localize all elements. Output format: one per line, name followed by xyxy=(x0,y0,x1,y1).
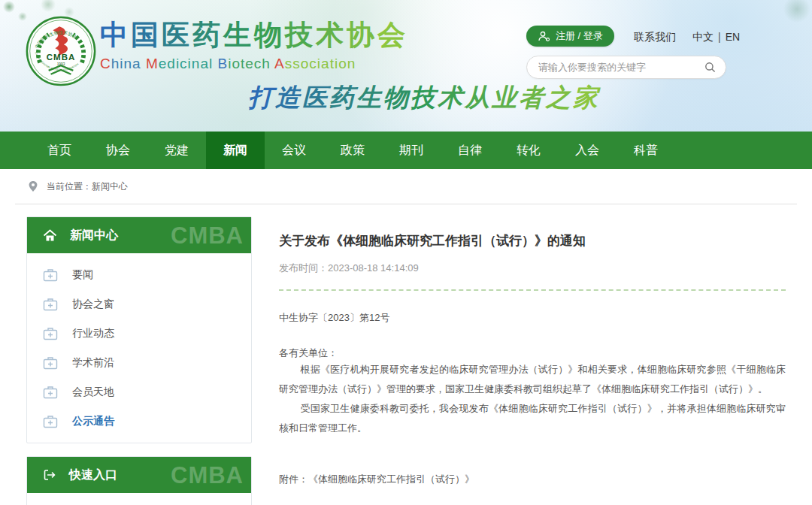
publish-time: 发布时间：2023-08-18 14:14:09 xyxy=(279,262,786,275)
plus-box-icon xyxy=(43,298,58,311)
article-salutation: 各有关单位： xyxy=(279,346,786,360)
sidebar-item-label: 行业动态 xyxy=(72,327,114,340)
site-subtitle-segment: ssociation xyxy=(285,56,356,71)
breadcrumb: 当前位置：新闻中心 xyxy=(15,169,797,204)
article-body: 根据《医疗机构开展研究者发起的临床研究管理办法（试行）》和相关要求，体细胞临床研… xyxy=(279,360,786,438)
site-subtitle-segment: M xyxy=(146,56,159,71)
person-icon xyxy=(538,31,550,42)
register-login-button[interactable]: 注册 / 登录 xyxy=(526,26,614,47)
site-header: CMBA 1993 中国医药生物技术协会 CHINA MEDICINAL BIO… xyxy=(0,0,812,132)
enter-icon xyxy=(43,468,56,482)
site-subtitle-segment: B xyxy=(217,56,228,71)
register-login-label: 注册 / 登录 xyxy=(556,29,603,43)
sidebar-item-label: 公示通告 xyxy=(72,415,114,428)
breadcrumb-current[interactable]: 新闻中心 xyxy=(92,181,128,192)
news-center-list: 要闻协会之窗行业动态学术前沿会员天地公示通告 xyxy=(27,253,251,443)
article-paragraph-0: 根据《医疗机构开展研究者发起的临床研究管理办法（试行）》和相关要求，体细胞临床研… xyxy=(279,360,786,399)
sidebar-item-2[interactable]: 行业动态 xyxy=(27,319,251,348)
search-input[interactable] xyxy=(537,61,704,74)
sidebar-item-0[interactable]: 要闻 xyxy=(27,260,251,289)
quick-entry-panel: 快速入口 CMBA xyxy=(26,456,252,505)
attachment-link[interactable]: 附件：《体细胞临床研究工作指引（试行）》 xyxy=(279,473,786,486)
nav-item-1[interactable]: 协会 xyxy=(89,132,147,169)
site-subtitle-segment: edicinal xyxy=(159,56,213,71)
plus-box-icon xyxy=(43,268,58,282)
search-icon[interactable] xyxy=(704,62,716,73)
association-logo[interactable]: CMBA 1993 中国医药生物技术协会 CHINA MEDICINAL BIO… xyxy=(25,15,97,90)
quick-entry-watermark: CMBA xyxy=(171,462,244,489)
site-subtitle-segment: hina xyxy=(111,56,141,71)
site-subtitle-segment: A xyxy=(274,56,285,71)
lang-en-link[interactable]: EN xyxy=(726,31,740,43)
nav-item-3[interactable]: 新闻 xyxy=(206,132,265,169)
association-emblem-icon: CMBA 1993 中国医药生物技术协会 CHINA MEDICINAL BIO… xyxy=(25,15,97,87)
search-box xyxy=(526,56,726,79)
plus-box-icon xyxy=(43,327,58,340)
nav-item-4[interactable]: 会议 xyxy=(265,132,323,169)
sidebar-item-4[interactable]: 会员天地 xyxy=(27,377,251,407)
lang-divider: | xyxy=(718,31,721,43)
page: CMBA 1993 中国医药生物技术协会 CHINA MEDICINAL BIO… xyxy=(0,0,812,505)
language-switcher: 中文|EN xyxy=(692,31,740,44)
quick-entry-header: 快速入口 CMBA xyxy=(27,457,251,493)
plus-box-icon xyxy=(43,386,58,399)
emblem-acronym: CMBA xyxy=(47,53,75,62)
article: 关于发布《体细胞临床研究工作指引（试行）》的通知 发布时间：2023-08-18… xyxy=(279,216,786,486)
publish-time-label: 发布时间： xyxy=(279,262,328,274)
sidebar-item-5[interactable]: 公示通告 xyxy=(27,407,251,436)
nav-item-9[interactable]: 入会 xyxy=(558,132,617,169)
breadcrumb-text: 当前位置：新闻中心 xyxy=(47,180,128,193)
publish-time-value: 2023-08-18 14:14:09 xyxy=(328,262,419,274)
breadcrumb-label: 当前位置： xyxy=(47,181,92,192)
contact-link[interactable]: 联系我们 xyxy=(634,31,676,44)
nav-item-10[interactable]: 科普 xyxy=(617,132,675,169)
quick-entry-title: 快速入口 xyxy=(69,467,117,483)
nav-item-8[interactable]: 转化 xyxy=(499,132,558,169)
nav-item-7[interactable]: 自律 xyxy=(441,132,499,169)
home-icon xyxy=(43,229,57,242)
location-pin-icon xyxy=(27,180,39,192)
sidebar-item-3[interactable]: 学术前沿 xyxy=(27,348,251,377)
nav-item-2[interactable]: 党建 xyxy=(147,132,206,169)
news-center-title: 新闻中心 xyxy=(70,228,118,243)
lang-zh-link[interactable]: 中文 xyxy=(692,31,714,43)
dashed-divider xyxy=(279,289,786,291)
main-nav: 首页协会党建新闻会议政策期刊自律转化入会科普 xyxy=(0,132,812,169)
content-area: 新闻中心 CMBA 要闻协会之窗行业动态学术前沿会员天地公示通告 快速入口 CM… xyxy=(0,204,812,505)
sidebar-item-label: 会员天地 xyxy=(72,386,114,399)
site-slogan: 打造医药生物技术从业者之家 xyxy=(248,81,600,115)
plus-box-icon xyxy=(43,415,58,428)
sidebar-item-label: 要闻 xyxy=(72,268,93,282)
nav-item-0[interactable]: 首页 xyxy=(30,132,89,169)
sidebar: 新闻中心 CMBA 要闻协会之窗行业动态学术前沿会员天地公示通告 快速入口 CM… xyxy=(26,216,252,505)
site-title: 中国医药生物技术协会 xyxy=(100,17,408,54)
sidebar-item-1[interactable]: 协会之窗 xyxy=(27,289,251,319)
news-center-panel: 新闻中心 CMBA 要闻协会之窗行业动态学术前沿会员天地公示通告 xyxy=(26,216,252,443)
news-center-watermark: CMBA xyxy=(171,222,244,249)
document-number: 中生协字〔2023〕第12号 xyxy=(279,311,786,325)
sidebar-item-label: 学术前沿 xyxy=(72,356,114,370)
sidebar-item-label: 协会之窗 xyxy=(72,298,114,311)
site-subtitle: China Medicinal Biotech Association xyxy=(100,56,408,72)
news-center-header: 新闻中心 CMBA xyxy=(27,217,251,253)
emblem-year: 1993 xyxy=(57,62,65,66)
plus-box-icon xyxy=(43,356,58,370)
article-paragraph-1: 受国家卫生健康委科教司委托，我会现发布《体细胞临床研究工作指引（试行）》，并将承… xyxy=(279,399,786,438)
site-subtitle-segment: C xyxy=(100,56,111,71)
site-subtitle-segment: iotech xyxy=(228,56,271,71)
nav-item-6[interactable]: 期刊 xyxy=(382,132,441,169)
nav-item-5[interactable]: 政策 xyxy=(323,132,382,169)
article-title: 关于发布《体细胞临床研究工作指引（试行）》的通知 xyxy=(279,233,786,249)
